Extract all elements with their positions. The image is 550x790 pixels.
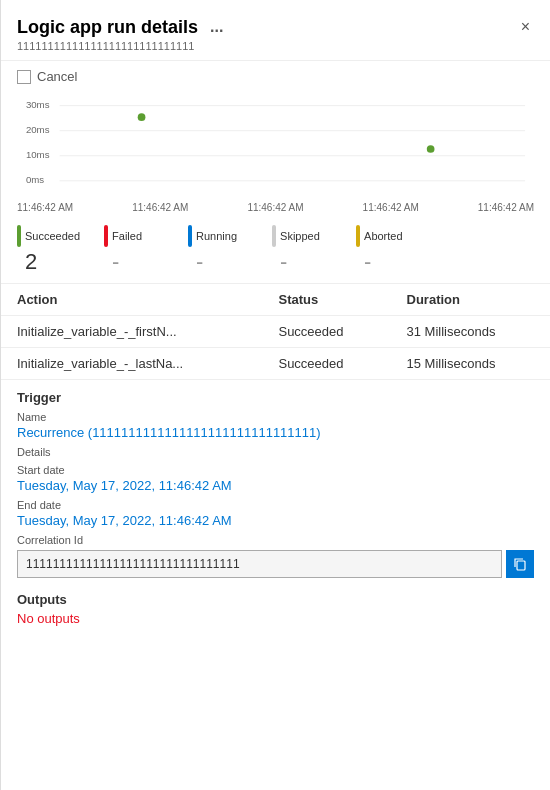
- logic-app-run-details-panel: Logic app run details ... 11111111111111…: [0, 0, 550, 790]
- aborted-value: -: [356, 249, 416, 275]
- chart-area: 30ms 20ms 10ms 0ms: [1, 92, 550, 202]
- status-running: Running -: [188, 225, 248, 275]
- end-date-label: End date: [17, 499, 534, 511]
- trigger-name-value[interactable]: Recurrence (1111111111111111111111111111…: [17, 425, 321, 440]
- cancel-row: Cancel: [1, 61, 550, 92]
- name-label: Name: [17, 411, 534, 423]
- status-failed: Failed -: [104, 225, 164, 275]
- close-icon[interactable]: ×: [517, 16, 534, 38]
- copy-button[interactable]: [506, 550, 534, 578]
- panel-title-row: Logic app run details ...: [17, 16, 509, 38]
- svg-text:20ms: 20ms: [26, 124, 50, 135]
- skipped-indicator: [272, 225, 276, 247]
- table-row[interactable]: Initialize_variable_-_lastNa... Succeede…: [1, 348, 550, 380]
- running-indicator: [188, 225, 192, 247]
- aborted-label: Aborted: [364, 230, 403, 242]
- status-succeeded: Succeeded 2: [17, 225, 80, 275]
- no-outputs-text: No outputs: [17, 611, 534, 626]
- cancel-label: Cancel: [37, 69, 77, 84]
- col-duration: Duration: [391, 284, 550, 316]
- svg-point-9: [427, 145, 435, 153]
- failed-value: -: [104, 249, 164, 275]
- outputs-section: Outputs No outputs: [1, 584, 550, 634]
- succeeded-indicator: [17, 225, 21, 247]
- succeeded-value: 2: [17, 249, 80, 275]
- panel-title-text: Logic app run details: [17, 17, 198, 38]
- status-skipped: Skipped -: [272, 225, 332, 275]
- svg-text:10ms: 10ms: [26, 149, 50, 160]
- svg-point-8: [138, 113, 146, 121]
- svg-text:30ms: 30ms: [26, 99, 50, 110]
- trigger-section: Trigger Name Recurrence (111111111111111…: [1, 380, 550, 584]
- actions-table: Action Status Duration Initialize_variab…: [1, 284, 550, 380]
- col-status: Status: [262, 284, 390, 316]
- skipped-value: -: [272, 249, 332, 275]
- correlation-row: [17, 550, 534, 578]
- svg-text:0ms: 0ms: [26, 174, 44, 185]
- table-row[interactable]: Initialize_variable_-_firstN... Succeede…: [1, 316, 550, 348]
- outputs-label: Outputs: [17, 592, 534, 607]
- action-name: Initialize_variable_-_lastNa...: [1, 348, 262, 380]
- action-duration: 15 Milliseconds: [391, 348, 550, 380]
- action-name: Initialize_variable_-_firstN...: [1, 316, 262, 348]
- action-status: Succeeded: [262, 316, 390, 348]
- action-duration: 31 Milliseconds: [391, 316, 550, 348]
- action-status: Succeeded: [262, 348, 390, 380]
- failed-label: Failed: [112, 230, 142, 242]
- correlation-label: Correlation Id: [17, 534, 534, 546]
- failed-indicator: [104, 225, 108, 247]
- timeline-chart: 30ms 20ms 10ms 0ms: [17, 96, 534, 202]
- cancel-checkbox[interactable]: [17, 70, 31, 84]
- succeeded-label: Succeeded: [25, 230, 80, 242]
- start-date-value: Tuesday, May 17, 2022, 11:46:42 AM: [17, 478, 534, 493]
- trigger-title: Trigger: [17, 390, 534, 405]
- col-action: Action: [1, 284, 262, 316]
- copy-icon: [512, 556, 528, 572]
- panel-subtitle: 11111111111111111111111111111: [17, 40, 509, 52]
- correlation-id-input[interactable]: [17, 550, 502, 578]
- running-value: -: [188, 249, 248, 275]
- status-bar: Succeeded 2 Failed - Running - Skipped -: [1, 217, 550, 284]
- aborted-indicator: [356, 225, 360, 247]
- more-options-icon[interactable]: ...: [206, 16, 227, 38]
- end-date-value: Tuesday, May 17, 2022, 11:46:42 AM: [17, 513, 534, 528]
- details-label: Details: [17, 446, 534, 458]
- start-date-label: Start date: [17, 464, 534, 476]
- svg-rect-10: [517, 561, 525, 570]
- skipped-label: Skipped: [280, 230, 320, 242]
- title-area: Logic app run details ... 11111111111111…: [17, 16, 509, 52]
- running-label: Running: [196, 230, 237, 242]
- panel-header: Logic app run details ... 11111111111111…: [1, 0, 550, 61]
- status-aborted: Aborted -: [356, 225, 416, 275]
